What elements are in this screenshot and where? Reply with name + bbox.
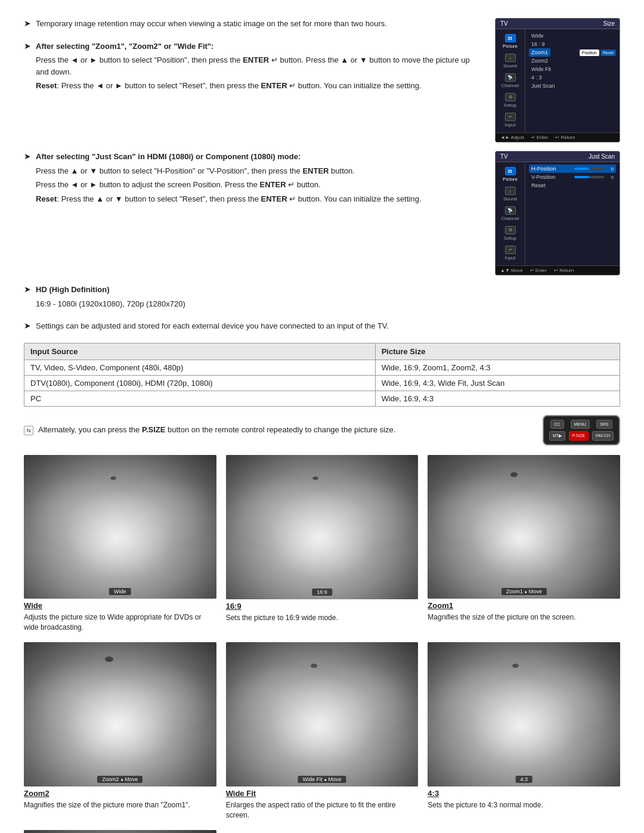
empty-col-1 (226, 830, 419, 833)
section-title-2: After selecting "Just Scan" in HDMI (108… (36, 152, 301, 161)
tv-js-sidebar-setup: ⚙ Setup (496, 224, 525, 243)
setup-icon: ⚙ (505, 93, 516, 101)
photo-4-3: 4:3 (428, 642, 620, 786)
bullet-arrow-4: ➤ (24, 284, 31, 294)
mode-title-zoom1: Zoom1 (428, 601, 620, 610)
tv-js-sidebar: 🖼 Picture ♪ Sound 📡 Channel ⚙ Setup (496, 162, 525, 265)
image-mode-wide-fit: Wide Fit ⬥ Move Wide Fit Enlarges the as… (226, 642, 419, 820)
tv-main-size: Wide 16 : 9 Zoom1 Position Reset Zoom2 W… (525, 29, 620, 132)
mode-title-wide-fit: Wide Fit (226, 789, 419, 798)
js-setup-icon: ⚙ (505, 226, 516, 234)
js-sound-icon: ♪ (505, 187, 516, 195)
js-channel-icon: 📡 (505, 206, 516, 215)
tv-menu-wide-fit: Wide Fit (529, 65, 616, 73)
tv-ui-just-scan: TV Just Scan 🖼 Picture ♪ Sound 📡 Channel (495, 151, 620, 275)
tv-js-sidebar-input: ↵ Input (496, 243, 525, 263)
hd-desc: 16:9 - 1080i (1920x1080), 720p (1280x720… (36, 298, 620, 310)
image-grid-row2: Zoom2 ⬥ Move Zoom2 Magnifies the size of… (24, 642, 620, 820)
tv-header-right: Size (603, 20, 615, 27)
tv-js-footer: ▲▼ Move ↵ Enter ↩ Return (496, 265, 620, 275)
image-grid-row1: Wide Wide Adjusts the picture size to Wi… (24, 455, 620, 633)
table-cell-input-3: PC (24, 391, 376, 406)
bullet-arrow-3: ➤ (24, 151, 31, 161)
mode-title-16-9: 16:9 (226, 602, 419, 611)
section-desc-2c: Reset: Press the ▲ or ▼ button to select… (36, 193, 483, 205)
tv-sidebar-channel: 📡 Channel (496, 71, 525, 91)
mode-title-wide: Wide (24, 601, 216, 610)
mode-title-zoom2: Zoom2 (24, 789, 216, 798)
image-grid-row3: Just Scan Just Scan Use the function to … (24, 830, 620, 833)
tv-js-sidebar-picture: 🖼 Picture (496, 165, 525, 184)
table-row: PC Wide, 16:9, 4:3 (24, 391, 620, 406)
photo-label-16-9: 16:9 (312, 589, 332, 596)
photo-wide-fit: Wide Fit ⬥ Move (226, 642, 419, 786)
sound-icon: ♪ (505, 54, 516, 62)
section-desc-2b: Press the ◄ or ► button to adjust the sc… (36, 179, 483, 191)
channel-icon: 📡 (505, 73, 516, 82)
tv-js-reset: Reset (529, 181, 616, 190)
table-cell-picture-1: Wide, 16:9, Zoom1, Zoom2, 4:3 (375, 360, 620, 375)
photo-label-4-3: 4:3 (515, 776, 532, 783)
mode-desc-wide-fit: Enlarges the aspect ratio of the picture… (226, 800, 419, 820)
photo-label-zoom1: Zoom1 ⬥ Move (501, 588, 547, 595)
tv-menu-zoom1: Zoom1 (529, 48, 550, 57)
tv-js-main: H-Position 0 V-Position 0 (525, 162, 620, 265)
photo-wide: Wide (24, 455, 216, 599)
remote-row-1: CC MENU SRS (549, 420, 614, 429)
photo-just-scan: Just Scan (24, 830, 216, 833)
tv-reset-btn: Reset (600, 49, 616, 56)
table-row: TV, Video, S-Video, Component (480i, 480… (24, 360, 620, 375)
photo-label-wide-fit: Wide Fit ⬥ Move (298, 776, 346, 783)
mode-desc-zoom1: Magnifies the size of the picture on the… (428, 612, 620, 623)
tv-btn-group: Position Reset (580, 49, 616, 56)
remote-psize-btn: P.SIZE (569, 431, 589, 441)
tv-ui-size-header: TV Size (496, 18, 620, 29)
tv-menu-zoom2: Zoom2 (529, 57, 616, 65)
photo-zoom1: Zoom1 ⬥ Move (428, 455, 620, 599)
remote-cc-btn: CC (550, 420, 564, 429)
tv-sidebar-input: ↵ Input (496, 110, 525, 130)
v-position-slider (574, 176, 604, 178)
image-mode-zoom1: Zoom1 ⬥ Move Zoom1 Magnifies the size of… (428, 455, 620, 633)
section-desc-2a: Press the ▲ or ▼ button to select "H-Pos… (36, 165, 483, 177)
tv-js-header-left: TV (500, 153, 508, 160)
remote-control: CC MENU SRS MT▶ P.SIZE FAV.CH (543, 415, 620, 445)
input-source-table: Input Source Picture Size TV, Video, S-V… (24, 343, 620, 407)
js-input-icon: ↵ (505, 246, 516, 254)
image-mode-just-scan: Just Scan Just Scan Use the function to … (24, 830, 216, 833)
hd-title: HD (High Definition) (36, 284, 620, 296)
table-cell-picture-2: Wide, 16:9, 4:3, Wide Fit, Just Scan (375, 375, 620, 391)
section-desc-1a: Press the ◄ or ► button to select "Posit… (36, 54, 483, 78)
remote-favch-btn: FAV.CH (592, 431, 614, 441)
mode-desc-16-9: Sets the picture to 16:9 wide mode. (226, 613, 419, 623)
input-icon: ↵ (505, 113, 516, 121)
mode-desc-wide: Adjusts the picture size to Wide appropr… (24, 612, 216, 633)
table-cell-input-1: TV, Video, S-Video, Component (480i, 480… (24, 360, 376, 375)
tv-menu-16-9: 16 : 9 (529, 40, 616, 48)
tv-position-btn: Position (580, 49, 599, 56)
tv-sidebar-sound: ♪ Sound (496, 51, 525, 71)
bullet-arrow-1: ➤ (24, 18, 31, 28)
remote-row-2: MT▶ P.SIZE FAV.CH (549, 431, 614, 441)
image-mode-zoom2: Zoom2 ⬥ Move Zoom2 Magnifies the size of… (24, 642, 216, 820)
remote-menu-btn: MENU (571, 420, 590, 429)
remote-srs-btn: SRS (596, 420, 612, 429)
note-icon: N (24, 426, 33, 435)
photo-label-zoom2: Zoom2 ⬥ Move (97, 776, 143, 783)
js-picture-icon: 🖼 (505, 167, 516, 175)
mode-desc-4-3: Sets the picture to 4:3 normal mode. (428, 800, 620, 810)
tv-ui-size: TV Size 🖼 Picture ♪ Sound 📡 Channel (495, 18, 620, 143)
table-cell-picture-3: Wide, 16:9, 4:3 (375, 391, 620, 406)
settings-note: Settings can be adjusted and stored for … (36, 320, 620, 332)
tv-js-v-position: V-Position 0 (529, 173, 616, 181)
picture-icon: 🖼 (505, 34, 516, 42)
tv-js-sidebar-channel: 📡 Channel (496, 204, 525, 224)
section-title-1: After selecting "Zoom1", "Zoom2" or "Wid… (36, 42, 213, 51)
section-desc-1b: Reset: Press the ◄ or ► button to select… (36, 80, 483, 92)
tv-menu-4-3: 4 : 3 (529, 73, 616, 82)
table-header-input: Input Source (24, 343, 376, 360)
tv-sidebar: 🖼 Picture ♪ Sound 📡 Channel ⚙ Setup (496, 29, 525, 132)
table-cell-input-2: DTV(1080i), Component (1080i), HDMI (720… (24, 375, 376, 391)
photo-label-wide: Wide (109, 588, 131, 595)
photo-zoom2: Zoom2 ⬥ Move (24, 642, 216, 786)
